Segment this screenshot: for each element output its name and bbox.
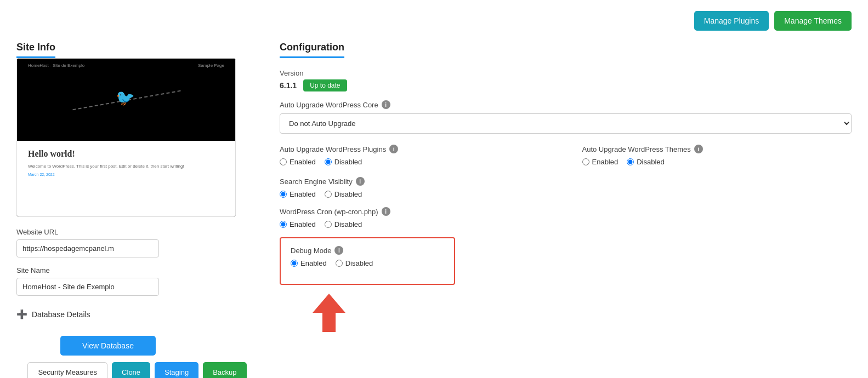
preview-sample-page: Sample Page — [198, 63, 224, 68]
debug-disabled-radio[interactable]: Disabled — [336, 259, 373, 267]
search-enabled-input[interactable] — [280, 191, 287, 198]
plugins-enabled-radio[interactable]: Enabled — [280, 158, 316, 166]
version-label: Version — [280, 69, 852, 77]
debug-enabled-label: Enabled — [300, 259, 327, 267]
debug-disabled-label: Disabled — [345, 259, 373, 267]
site-preview: HomeHost - Site de Exemplo Sample Page 🐦… — [16, 58, 236, 217]
auto-upgrade-core-label: Auto Upgrade WordPress Core i — [280, 100, 852, 109]
backup-button[interactable]: Backup — [203, 362, 246, 378]
debug-enabled-radio[interactable]: Enabled — [291, 259, 327, 267]
red-arrow-container — [280, 294, 852, 332]
staging-button[interactable]: Staging — [155, 362, 198, 378]
plus-icon: ➕ — [16, 309, 27, 319]
themes-disabled-label: Disabled — [637, 158, 665, 166]
search-disabled-label: Disabled — [334, 190, 362, 198]
manage-plugins-button[interactable]: Manage Plugins — [694, 11, 769, 31]
view-database-button[interactable]: View Database — [60, 336, 156, 356]
clone-button[interactable]: Clone — [112, 362, 150, 378]
preview-bird-icon: 🐦 — [116, 89, 135, 107]
cron-disabled-radio[interactable]: Disabled — [325, 220, 362, 228]
auto-upgrade-themes-info-icon[interactable]: i — [694, 145, 703, 153]
search-enabled-label: Enabled — [290, 190, 316, 198]
auto-upgrade-core-select[interactable]: Do not Auto Upgrade — [280, 113, 852, 134]
themes-enabled-input[interactable] — [582, 158, 589, 165]
cron-enabled-input[interactable] — [280, 221, 287, 228]
auto-upgrade-themes-label: Auto Upgrade WordPress Themes i — [582, 145, 852, 153]
database-details-label: Database Details — [32, 310, 90, 319]
plugins-disabled-input[interactable] — [325, 158, 332, 165]
themes-disabled-radio[interactable]: Disabled — [627, 158, 665, 166]
debug-mode-info-icon[interactable]: i — [334, 246, 343, 255]
website-url-input[interactable] — [16, 239, 159, 257]
plugins-enabled-input[interactable] — [280, 158, 287, 165]
red-arrow-icon — [313, 294, 345, 332]
search-disabled-radio[interactable]: Disabled — [325, 190, 362, 198]
search-enabled-radio[interactable]: Enabled — [280, 190, 316, 198]
auto-upgrade-plugins-info-icon[interactable]: i — [389, 145, 398, 153]
preview-welcome-text: Welcome to WordPress. This is your first… — [28, 163, 224, 169]
themes-enabled-radio[interactable]: Enabled — [582, 158, 619, 166]
debug-mode-box: Debug Mode i Enabled Disabled — [280, 237, 455, 285]
manage-themes-button[interactable]: Manage Themes — [774, 11, 852, 31]
database-details-row: ➕ Database Details — [16, 309, 258, 319]
search-engine-label: Search Engine Visiblity i — [280, 177, 852, 186]
security-measures-button[interactable]: Security Measures — [27, 362, 107, 378]
plugins-disabled-label: Disabled — [334, 158, 362, 166]
cron-enabled-radio[interactable]: Enabled — [280, 220, 316, 228]
preview-hello-world: Hello world! — [28, 149, 224, 159]
cron-enabled-label: Enabled — [290, 220, 316, 228]
debug-mode-label: Debug Mode i — [291, 246, 444, 255]
preview-date: March 22, 2022 — [28, 173, 224, 176]
cron-disabled-label: Disabled — [334, 220, 362, 228]
auto-upgrade-core-info-icon[interactable]: i — [382, 100, 390, 109]
debug-enabled-input[interactable] — [291, 260, 298, 267]
search-engine-info-icon[interactable]: i — [356, 177, 365, 186]
svg-marker-0 — [313, 294, 345, 332]
wp-cron-info-icon[interactable]: i — [382, 207, 390, 216]
version-number: 6.1.1 — [280, 81, 297, 90]
auto-upgrade-plugins-label: Auto Upgrade WordPress Plugins i — [280, 145, 549, 153]
themes-enabled-label: Enabled — [592, 158, 619, 166]
red-arrow-svg — [313, 294, 345, 332]
debug-disabled-input[interactable] — [336, 260, 343, 267]
preview-homehost-label: HomeHost - Site de Exemplo — [28, 63, 84, 68]
plugins-disabled-radio[interactable]: Disabled — [325, 158, 362, 166]
cron-disabled-input[interactable] — [325, 221, 332, 228]
up-to-date-badge: Up to date — [303, 79, 347, 91]
search-disabled-input[interactable] — [325, 191, 332, 198]
configuration-title: Configuration — [280, 42, 344, 58]
site-name-input[interactable] — [16, 278, 159, 296]
wp-cron-label: WordPress Cron (wp-cron.php) i — [280, 207, 852, 216]
site-name-label: Site Name — [16, 266, 258, 274]
site-info-title: Site Info — [16, 42, 55, 58]
website-url-label: Website URL — [16, 228, 258, 236]
plugins-enabled-label: Enabled — [290, 158, 316, 166]
themes-disabled-input[interactable] — [627, 158, 634, 165]
